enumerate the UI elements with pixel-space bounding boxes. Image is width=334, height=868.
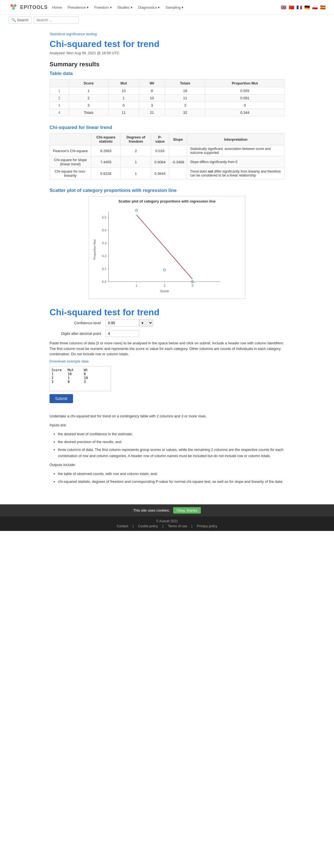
chi-cell: 8.2683 xyxy=(91,146,121,156)
chi-table: Chi-square statistic Degrees of freedom … xyxy=(50,133,284,179)
cell: 0.555 xyxy=(205,87,284,95)
cell: 1 xyxy=(108,95,139,102)
svg-point-3 xyxy=(12,5,15,7)
input-item-0: the desired level of confidence in the e… xyxy=(58,431,284,437)
search-button-label: Search xyxy=(17,18,29,22)
cookie-ok-button[interactable]: Okay, thanks xyxy=(173,507,201,514)
svg-text:1: 1 xyxy=(136,284,138,287)
col-header-prop: Proportion Mut xyxy=(205,80,284,87)
nav-prevalence[interactable]: Prevalence ▾ xyxy=(67,5,89,9)
svg-text:Proportion Mut: Proportion Mut xyxy=(93,240,96,259)
col-header-wt: Wt xyxy=(139,80,165,87)
flag-de[interactable]: 🇩🇪 xyxy=(304,5,310,10)
table-row: 330330 xyxy=(50,102,284,109)
cell: 10 xyxy=(108,87,139,95)
footer-link-cookie[interactable]: Cookie policy xyxy=(138,524,158,528)
flag-fr[interactable]: 🇫🇷 xyxy=(297,5,302,10)
logo-text: EPITOOLS xyxy=(20,4,48,10)
chi-col-df: Degrees of freedom xyxy=(121,133,151,146)
col-header-score: Score xyxy=(69,80,108,87)
data-textarea[interactable] xyxy=(50,366,111,391)
table-row: 4Totals1121320.344 xyxy=(50,109,284,116)
description-block: Undertake a chi-squared test for trend o… xyxy=(50,413,284,485)
cookie-bar: This site uses cookies: Okay, thanks xyxy=(0,504,334,516)
svg-point-28 xyxy=(163,269,165,271)
search-icon: 🔍 xyxy=(11,18,16,22)
row-num: 1 xyxy=(50,87,69,95)
digits-row: Digits after decimal point xyxy=(50,330,284,337)
confidence-select[interactable]: ▾ xyxy=(139,319,153,327)
flag-es[interactable]: 🇪🇸 xyxy=(320,5,326,10)
svg-text:0.1: 0.1 xyxy=(102,267,106,271)
logo[interactable]: EPITOOLS xyxy=(8,2,48,12)
inputs-list: the desired level of confidence in the e… xyxy=(58,431,284,459)
chi-cell: 1 xyxy=(121,156,151,168)
chi-cell: Chi-square for slope (linear trend) xyxy=(50,156,91,168)
chart-title: Scatter plot of category proportions wit… xyxy=(92,199,242,204)
inputs-label: Inputs are: xyxy=(50,422,284,428)
desc-text: Paste three columns of data (3 or more r… xyxy=(50,340,284,357)
nav-freedom[interactable]: Freedom ▾ xyxy=(94,5,112,9)
chi-row: Chi-square for non-linearity0.822810.364… xyxy=(50,168,284,179)
summary-results-heading: Summary results xyxy=(50,61,284,68)
svg-text:0.5: 0.5 xyxy=(102,216,106,219)
interp-cell: Statistically significant, association b… xyxy=(187,146,284,156)
footer-separator-3: | xyxy=(192,524,192,528)
breadcrumb[interactable]: Statistical significance testing xyxy=(50,32,284,36)
svg-line-26 xyxy=(136,215,192,279)
cookie-text: This site uses cookies: xyxy=(133,508,170,513)
flag-en[interactable]: 🇬🇧 xyxy=(281,5,286,10)
footer-links: Contact | Cookie policy | Terms of use |… xyxy=(3,524,331,528)
table-data-heading: Table data xyxy=(50,71,284,76)
chi-cell: 0.0064 xyxy=(151,156,169,168)
desc-main: Undertake a chi-squared test for trend o… xyxy=(50,413,284,419)
table-row: 11108180.555 xyxy=(50,87,284,95)
row-num: 3 xyxy=(50,102,69,109)
download-link[interactable]: Download example data xyxy=(50,359,284,363)
chi-cell: 7.4455 xyxy=(91,156,121,168)
cell: 2 xyxy=(69,95,108,102)
svg-text:2: 2 xyxy=(164,284,165,287)
footer-link-terms[interactable]: Terms of use xyxy=(168,524,187,528)
input-item-2: three columns of data. The first column … xyxy=(58,447,284,459)
input-item-1: the desired precision of the results; an… xyxy=(58,439,284,445)
chi-cell: Pearson's Chi-square xyxy=(50,146,91,156)
chi-cell: 0.016 xyxy=(151,146,169,156)
search-button[interactable]: 🔍 Search xyxy=(8,17,32,24)
nav-left: EPITOOLS Home Prevalence ▾ Freedom ▾ Stu… xyxy=(8,2,183,12)
outputs-label: Outputs include: xyxy=(50,462,284,468)
digits-input[interactable] xyxy=(105,330,139,337)
chi-col-slope: Slope xyxy=(169,133,187,146)
data-table: Score Mut Wt Totals Proportion Mut 11108… xyxy=(50,79,284,116)
svg-point-27 xyxy=(135,209,138,212)
cell: 3 xyxy=(69,102,108,109)
nav-studies[interactable]: Studies ▾ xyxy=(118,5,132,9)
chi-cell: 0.3644 xyxy=(151,168,169,179)
cell: 11 xyxy=(108,109,139,116)
table-header-row: Score Mut Wt Totals Proportion Mut xyxy=(50,80,284,87)
svg-text:0.0: 0.0 xyxy=(102,280,106,283)
chi-header-row: Chi-square statistic Degrees of freedom … xyxy=(50,133,284,146)
flag-cn[interactable]: 🇨🇳 xyxy=(289,5,294,10)
page-title: Chi-squared test for trend xyxy=(50,39,284,49)
chart-svg: 0.0 0.1 0.2 0.3 0.4 0.5 1 2 3 xyxy=(92,206,237,296)
search-input[interactable] xyxy=(34,17,79,24)
chi-col-interp: Interpretation xyxy=(187,133,284,146)
nav-home[interactable]: Home xyxy=(52,5,62,9)
chi-col-pval: P-value xyxy=(151,133,169,146)
footer-link-contact[interactable]: Contact xyxy=(117,524,128,528)
footer-link-privacy[interactable]: Privacy policy xyxy=(197,524,217,528)
nav-diagnostics[interactable]: Diagnostics ▾ xyxy=(138,5,160,9)
chi-cell xyxy=(169,168,187,179)
outputs-list: the table of observed counts, with row a… xyxy=(58,471,284,485)
nav-right: 🇬🇧 🇨🇳 🇫🇷 🇩🇪 🇵🇱 🇪🇸 xyxy=(281,5,326,10)
search-row: 🔍 Search xyxy=(0,15,334,26)
chi-row: Chi-square for slope (linear trend)7.445… xyxy=(50,156,284,168)
chi-cell: 1 xyxy=(121,168,151,179)
nav-sampling[interactable]: Sampling ▾ xyxy=(165,5,183,9)
submit-button[interactable]: Submit xyxy=(50,394,73,403)
cell: 18 xyxy=(165,87,205,95)
chi-cell xyxy=(169,146,187,156)
flag-pl[interactable]: 🇵🇱 xyxy=(312,5,318,10)
confidence-input[interactable] xyxy=(105,319,139,327)
